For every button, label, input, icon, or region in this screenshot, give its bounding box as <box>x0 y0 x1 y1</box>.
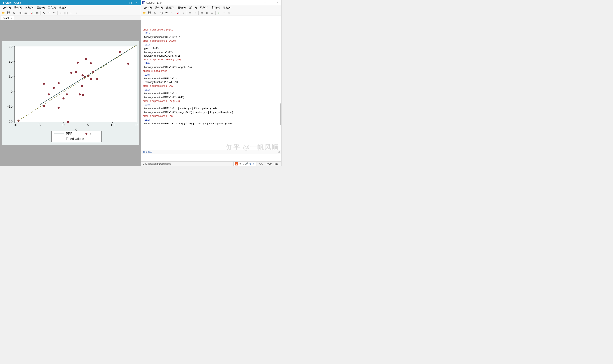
grid-icon[interactable]: ⠿ <box>253 162 255 165</box>
print-icon[interactable]: 🖨 <box>12 11 16 15</box>
results-line: error in expression: 1+2*X <box>143 28 280 32</box>
menu-stats[interactable]: 统计(S) <box>187 5 198 10</box>
save-icon[interactable]: 💾 <box>148 11 152 15</box>
close-button[interactable]: ✕ <box>134 0 139 5</box>
graph-titlebar[interactable]: Graph - Graph ─ ▢ ✕ <box>0 0 141 5</box>
menu-graph[interactable]: 图形(G) <box>176 5 187 10</box>
results-line: error in expression: 1+2*X+e <box>143 39 280 43</box>
do-file-icon[interactable]: ▤ <box>188 11 192 15</box>
command-pane-label: 命令窗口 <box>143 150 152 154</box>
maximize-button[interactable]: ▢ <box>268 0 274 5</box>
svg-point-54 <box>85 58 87 60</box>
graph-tabstrip: Graph ✕ <box>0 16 141 20</box>
variables-icon[interactable]: ☰ <box>210 11 214 15</box>
results-line: . twoway function PRF=1+2*X,range(-5 15)… <box>143 110 280 114</box>
open-icon[interactable]: 📂 <box>142 11 146 15</box>
svg-point-44 <box>67 121 69 123</box>
data-browser-icon[interactable]: ▥ <box>205 11 209 15</box>
minimize-button[interactable]: ─ <box>262 0 268 5</box>
rename-icon[interactable]: ▭ <box>24 11 28 15</box>
results-pane[interactable]: error in expression: 1+2*Xr(111);. twowa… <box>141 16 281 150</box>
svg-point-43 <box>66 93 68 95</box>
menu-graph[interactable]: 图形(G) <box>35 5 46 10</box>
graph-toolbar: 📂 💾 🖨 ⧉ ▭ ▦ ↖ ↶ ↷ ● ❚❚ ▸ ▾ <box>0 10 141 16</box>
stata-titlebar[interactable]: Stata/MP 17.0 ─ ▢ ✕ <box>141 0 281 5</box>
tab-close-icon[interactable]: ✕ <box>10 17 12 20</box>
svg-point-47 <box>75 71 77 73</box>
menu-edit[interactable]: 编辑(E) <box>153 5 165 10</box>
pointer-icon[interactable]: ↖ <box>42 11 46 15</box>
mic-icon[interactable]: 🎤 <box>245 162 248 165</box>
close-button[interactable]: ✕ <box>274 0 280 5</box>
undo-icon[interactable]: ↶ <box>47 11 51 15</box>
print-icon[interactable]: 🖨 <box>153 11 157 15</box>
menu-data[interactable]: 数据(D) <box>165 5 176 10</box>
svg-rect-1 <box>3 2 3 4</box>
menu-help[interactable]: 帮助(H) <box>222 5 233 10</box>
play-dropdown-icon[interactable]: ▾ <box>74 11 78 15</box>
results-line: . twoway function PRF=1+2*x || scatter y… <box>143 107 280 110</box>
ime-badge: S <box>235 162 238 166</box>
viewer-icon[interactable]: 👁 <box>165 11 168 15</box>
menu-object[interactable]: 对象(O) <box>24 5 35 10</box>
viewer-dropdown-icon[interactable]: ▾ <box>170 11 174 15</box>
menu-user[interactable]: 用户(U) <box>198 5 210 10</box>
save-icon[interactable]: 💾 <box>7 11 11 15</box>
svg-point-41 <box>57 82 59 84</box>
scrollbar-thumb[interactable] <box>280 104 281 125</box>
open-icon[interactable]: 📂 <box>1 11 5 15</box>
svg-text:-10: -10 <box>12 123 17 127</box>
more-icon[interactable]: ⬇ <box>217 11 221 15</box>
copy-icon[interactable]: ⧉ <box>18 11 22 15</box>
break-icon[interactable]: ⊘ <box>227 11 231 15</box>
stata-menubar: 文件(F) 编辑(E) 数据(D) 图形(G) 统计(S) 用户(U) 窗口(W… <box>141 5 281 10</box>
results-line: r(198); <box>143 73 280 77</box>
globe-icon[interactable]: ⊕ <box>249 162 251 165</box>
num-indicator: NUM <box>265 162 273 165</box>
menu-file[interactable]: 文件(F) <box>1 5 12 10</box>
menu-window[interactable]: 窗口(W) <box>210 5 222 10</box>
play-icon[interactable]: ▸ <box>69 11 73 15</box>
record-icon[interactable]: ● <box>59 11 63 15</box>
chart-dropdown-icon[interactable]: ▾ <box>181 11 185 15</box>
menu-help[interactable]: 帮助(H) <box>57 5 69 10</box>
ime-sep: , <box>243 162 244 165</box>
svg-rect-77 <box>177 13 178 14</box>
do-dropdown-icon[interactable]: ▾ <box>193 11 197 15</box>
svg-text:PRF: PRF <box>66 132 72 135</box>
pause-icon[interactable]: ❚❚ <box>64 11 68 15</box>
grid-icon[interactable]: ▦ <box>35 11 39 15</box>
bar-chart-icon[interactable] <box>176 11 180 15</box>
svg-rect-2 <box>3 2 4 4</box>
stata-toolbar: 📂 💾 🖨 ◯ 👁 ▾ ▾ ▤ ▾ ▦ ▥ ☰ ⬇ ▾ ⊘ <box>141 10 281 16</box>
minimize-button[interactable]: ─ <box>122 0 127 5</box>
maximize-button[interactable]: ▢ <box>127 0 134 5</box>
menu-tools[interactable]: 工具(T) <box>46 5 57 10</box>
ime-indicator[interactable]: S 英 , 🎤 ⊕ ⠿ <box>233 161 256 166</box>
svg-point-42 <box>62 97 65 99</box>
svg-text:30: 30 <box>9 44 13 48</box>
command-input[interactable]: 知乎 @一帆风顺 <box>141 154 281 161</box>
data-editor-icon[interactable]: ▦ <box>200 11 204 15</box>
menu-edit[interactable]: 编辑(E) <box>12 5 24 10</box>
more-dropdown-icon[interactable]: ▾ <box>222 11 226 15</box>
results-line: . twoway function PRF=1+2*X <box>143 80 280 84</box>
results-line: r(111); <box>143 118 280 122</box>
svg-point-39 <box>53 87 55 89</box>
tab-graph[interactable]: Graph ✕ <box>1 16 14 20</box>
log-icon[interactable]: ◯ <box>159 11 163 15</box>
bar-chart-icon[interactable] <box>30 11 34 15</box>
working-directory: C:\Users\yangl\Documents <box>143 162 171 165</box>
svg-point-45 <box>70 72 72 74</box>
pin-icon[interactable]: ⇲ <box>278 151 280 154</box>
results-line: r(198); <box>143 103 280 107</box>
svg-point-49 <box>79 93 81 95</box>
redo-icon[interactable]: ↷ <box>52 11 56 15</box>
svg-text:x: x <box>75 127 77 131</box>
results-line: . twoway function z=1+2*x,(-5,15) <box>143 54 280 58</box>
results-line: error in expression: 1+2*x (0,40) <box>143 99 280 103</box>
menu-file[interactable]: 文件(F) <box>142 5 153 10</box>
svg-point-37 <box>43 105 45 107</box>
stata-window: Stata/MP 17.0 ─ ▢ ✕ 文件(F) 编辑(E) 数据(D) 图形… <box>141 0 281 166</box>
svg-text:10: 10 <box>9 74 13 78</box>
